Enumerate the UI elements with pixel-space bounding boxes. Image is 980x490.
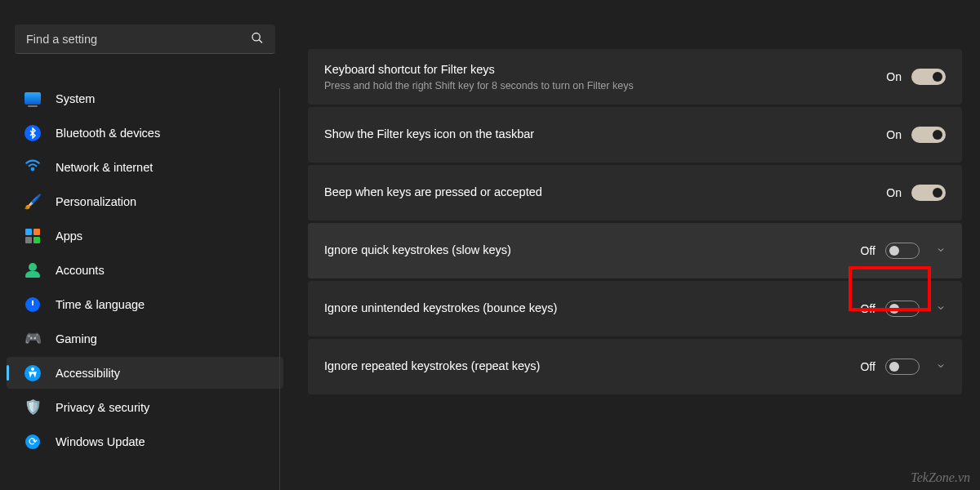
sidebar-item-label: Privacy & security bbox=[56, 401, 149, 414]
setting-ignore-quick-keystrokes[interactable]: Ignore quick keystrokes (slow keys)Off bbox=[308, 223, 962, 278]
toggle-switch[interactable] bbox=[885, 243, 920, 259]
setting-title: Beep when keys are pressed or accepted bbox=[324, 185, 886, 201]
account-icon bbox=[23, 261, 42, 280]
sidebar-item-label: Apps bbox=[56, 229, 82, 243]
bluetooth-icon bbox=[23, 123, 42, 143]
sidebar-item-label: Personalization bbox=[56, 195, 136, 208]
sidebar-separator bbox=[279, 88, 280, 490]
setting-text: Keyboard shortcut for Filter keysPress a… bbox=[324, 51, 886, 103]
gamepad-icon: 🎮 bbox=[23, 329, 42, 349]
setting-keyboard-shortcut-filter-keys: Keyboard shortcut for Filter keysPress a… bbox=[308, 49, 962, 105]
toggle-switch[interactable] bbox=[885, 359, 920, 375]
setting-show-filter-keys-icon-taskbar: Show the Filter keys icon on the taskbar… bbox=[308, 107, 962, 163]
system-icon bbox=[23, 89, 42, 109]
setting-beep-keys-pressed: Beep when keys are pressed or acceptedOn bbox=[308, 165, 962, 220]
sidebar: SystemBluetooth & devicesNetwork & inter… bbox=[0, 0, 290, 490]
toggle-state-label: Off bbox=[861, 360, 875, 373]
setting-ignore-repeated-keystrokes[interactable]: Ignore repeated keystrokes (repeat keys)… bbox=[308, 339, 962, 394]
toggle-state-label: On bbox=[886, 70, 902, 83]
watermark: TekZone.vn bbox=[911, 470, 970, 485]
wifi-icon bbox=[23, 158, 42, 177]
toggle-switch[interactable] bbox=[885, 301, 920, 317]
sidebar-item-label: Windows Update bbox=[56, 435, 145, 448]
sidebar-item-apps[interactable]: Apps bbox=[7, 220, 283, 252]
sidebar-item-system[interactable]: System bbox=[7, 82, 283, 114]
sidebar-item-label: Bluetooth & devices bbox=[56, 127, 160, 140]
setting-title: Ignore quick keystrokes (slow keys) bbox=[324, 243, 861, 259]
sidebar-item-label: System bbox=[56, 92, 95, 105]
sidebar-item-windows-update[interactable]: ⟳Windows Update bbox=[7, 425, 283, 457]
setting-text: Show the Filter keys icon on the taskbar bbox=[324, 115, 886, 154]
sidebar-item-accounts[interactable]: Accounts bbox=[7, 254, 283, 286]
setting-title: Keyboard shortcut for Filter keys bbox=[324, 62, 886, 78]
globe-clock-icon bbox=[23, 295, 42, 314]
svg-point-2 bbox=[32, 168, 34, 171]
toggle-switch[interactable] bbox=[911, 185, 946, 201]
sidebar-nav: SystemBluetooth & devicesNetwork & inter… bbox=[0, 72, 290, 457]
toggle-state-label: Off bbox=[861, 302, 875, 315]
search-wrap bbox=[15, 24, 275, 54]
setting-text: Ignore quick keystrokes (slow keys) bbox=[324, 231, 861, 270]
setting-text: Ignore repeated keystrokes (repeat keys) bbox=[324, 347, 861, 386]
sidebar-item-time-language[interactable]: Time & language bbox=[7, 288, 283, 320]
sidebar-item-label: Accounts bbox=[56, 264, 105, 277]
apps-icon bbox=[23, 226, 42, 246]
accessibility-icon bbox=[23, 363, 42, 383]
toggle-state-label: Off bbox=[861, 244, 875, 257]
sidebar-item-accessibility[interactable]: Accessibility bbox=[7, 357, 283, 389]
sidebar-item-gaming[interactable]: 🎮Gaming bbox=[7, 323, 283, 354]
settings-list: Keyboard shortcut for Filter keysPress a… bbox=[308, 49, 962, 394]
sidebar-item-bluetooth[interactable]: Bluetooth & devices bbox=[7, 117, 283, 149]
setting-description: Press and hold the right Shift key for 8… bbox=[324, 80, 886, 91]
chevron-down-icon[interactable] bbox=[936, 245, 946, 257]
setting-title: Ignore unintended keystrokes (bounce key… bbox=[324, 301, 861, 317]
chevron-down-icon[interactable] bbox=[936, 361, 946, 373]
sidebar-item-label: Network & internet bbox=[56, 161, 153, 174]
sidebar-item-label: Time & language bbox=[56, 298, 145, 311]
chevron-down-icon[interactable] bbox=[936, 303, 946, 315]
toggle-switch[interactable] bbox=[911, 127, 946, 143]
sidebar-item-network[interactable]: Network & internet bbox=[7, 151, 283, 183]
setting-text: Beep when keys are pressed or accepted bbox=[324, 173, 886, 212]
search-input[interactable] bbox=[15, 24, 275, 54]
sidebar-item-label: Gaming bbox=[56, 332, 97, 345]
toggle-state-label: On bbox=[886, 186, 902, 199]
sidebar-item-personalization[interactable]: 🖌️Personalization bbox=[7, 185, 283, 217]
setting-text: Ignore unintended keystrokes (bounce key… bbox=[324, 289, 861, 328]
setting-title: Show the Filter keys icon on the taskbar bbox=[324, 127, 886, 143]
toggle-state-label: On bbox=[886, 128, 902, 141]
setting-ignore-unintended-keystrokes[interactable]: Ignore unintended keystrokes (bounce key… bbox=[308, 281, 962, 336]
brush-icon: 🖌️ bbox=[23, 192, 42, 212]
shield-icon: 🛡️ bbox=[23, 398, 42, 417]
setting-title: Ignore repeated keystrokes (repeat keys) bbox=[324, 359, 861, 375]
main-content: Keyboard shortcut for Filter keysPress a… bbox=[290, 0, 980, 490]
toggle-switch[interactable] bbox=[911, 69, 946, 85]
update-icon: ⟳ bbox=[23, 432, 42, 452]
sidebar-item-privacy[interactable]: 🛡️Privacy & security bbox=[7, 391, 283, 423]
sidebar-item-label: Accessibility bbox=[56, 367, 120, 380]
